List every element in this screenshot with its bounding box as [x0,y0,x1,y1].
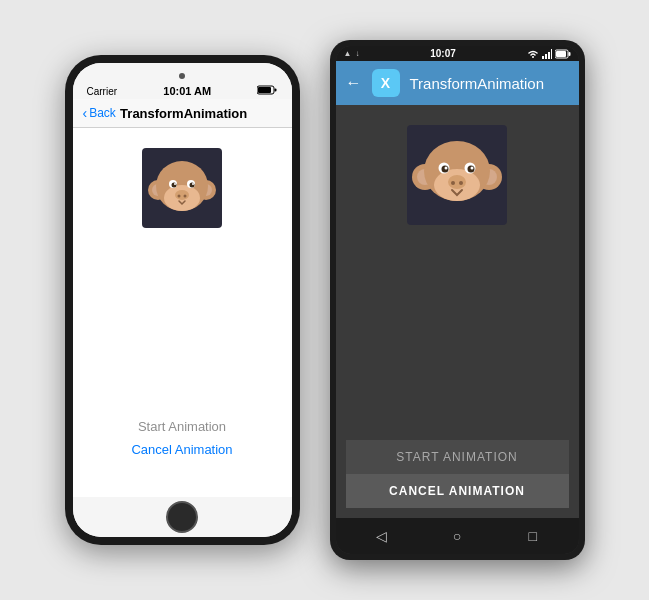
ios-nav-bar: ‹ Back TransformAnimation [73,99,292,128]
android-home-nav-button[interactable]: ○ [447,526,467,546]
svg-rect-25 [556,51,566,57]
svg-point-41 [459,181,463,185]
android-app-icon-letter: X [381,75,390,91]
android-content: START ANIMATION CANCEL ANIMATION [336,105,579,518]
svg-rect-24 [568,52,570,56]
android-recents-nav-button[interactable]: □ [523,526,543,546]
ios-start-animation-button[interactable]: Start Animation [138,419,226,434]
ios-time: 10:01 AM [163,85,211,97]
svg-point-16 [175,190,189,200]
svg-rect-1 [275,89,277,92]
svg-point-12 [172,183,177,188]
android-cancel-animation-button[interactable]: CANCEL ANIMATION [346,474,569,508]
ios-monkey-image [142,148,222,228]
ios-camera-dot [179,73,185,79]
android-back-nav-button[interactable]: ◁ [371,526,391,546]
ios-nav-title: TransformAnimation [116,106,252,121]
svg-rect-2 [258,87,271,93]
android-nav-bar: ◁ ○ □ [336,518,579,554]
svg-rect-22 [551,49,552,59]
android-app-icon: X [372,69,400,97]
ios-back-chevron-icon: ‹ [83,105,88,121]
android-warning-icon: ▲ [344,49,352,58]
svg-point-14 [174,183,176,185]
svg-point-38 [471,167,474,170]
android-toolbar: ← X TransformAnimation [336,61,579,105]
android-toolbar-title: TransformAnimation [410,75,545,92]
svg-point-13 [190,183,195,188]
ios-battery [257,85,277,97]
svg-point-18 [184,195,187,198]
svg-point-40 [451,181,455,185]
android-status-bar: ▲ ↓ 10:07 [336,46,579,61]
android-monkey-image [407,125,507,225]
android-time: 10:07 [430,48,456,59]
svg-point-15 [192,183,194,185]
android-wifi-icon [527,49,539,59]
svg-rect-21 [548,52,550,59]
android-back-button[interactable]: ← [346,74,362,92]
ios-home-button[interactable] [166,501,198,533]
svg-point-17 [178,195,181,198]
android-download-icon: ↓ [355,49,359,58]
ios-phone: Carrier 10:01 AM ‹ Back TransformAnimati… [65,55,300,545]
android-start-animation-button[interactable]: START ANIMATION [346,440,569,474]
ios-camera-area [73,63,292,83]
android-phone: ▲ ↓ 10:07 [330,40,585,560]
ios-back-button[interactable]: ‹ Back [83,105,116,121]
ios-status-bar: Carrier 10:01 AM [73,83,292,99]
ios-home-button-area [73,497,292,537]
svg-rect-20 [545,54,547,59]
android-buttons-container: START ANIMATION CANCEL ANIMATION [346,440,569,508]
svg-point-37 [445,167,448,170]
android-status-left: ▲ ↓ [344,49,360,58]
ios-content: Start Animation Cancel Animation [73,128,292,497]
svg-point-39 [448,175,466,189]
ios-cancel-animation-button[interactable]: Cancel Animation [131,442,232,457]
ios-back-label: Back [89,106,116,120]
android-signal-icon [542,49,552,59]
ios-carrier: Carrier [87,86,118,97]
android-battery-icon [555,49,571,59]
svg-rect-19 [542,56,544,59]
android-status-right [527,49,571,59]
